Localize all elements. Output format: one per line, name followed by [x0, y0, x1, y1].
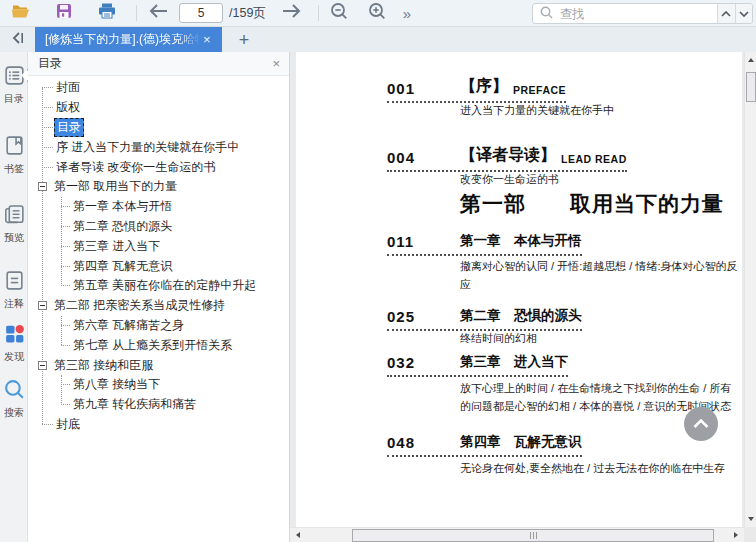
toc-group: 第一章 本体与开悟 第二章 恐惧的源头 第三章 进入当下 第四章 瓦解无意识 第… — [28, 197, 289, 296]
toc-panel: 目录 × 封面 版权 目录 序 进入当下力量的关键就在你手中 译者导读 改变你一… — [28, 52, 290, 542]
part-one-heading: 第一部 取用当下的力量 — [460, 190, 724, 218]
toc-group: 第八章 接纳当下 第九章 转化疾病和痛苦 — [28, 375, 289, 415]
chevron-up-icon — [692, 415, 710, 433]
arrow-left-icon — [147, 3, 169, 23]
scroll-right-arrow[interactable] — [729, 528, 742, 542]
sidebar-item-thumbnails[interactable]: 预览 — [0, 203, 28, 245]
toc-item[interactable]: 序 进入当下力量的关键就在你手中 — [28, 137, 289, 157]
discover-grid-icon — [3, 322, 26, 349]
horizontal-scrollbar[interactable] — [290, 527, 744, 542]
toolbar-separator — [318, 5, 319, 21]
toc-item[interactable]: 第三章 进入当下 — [28, 236, 289, 256]
toc-item[interactable]: 译者导读 改变你一生命运的书 — [28, 157, 289, 177]
toc-item-part[interactable]: 第二部 把亲密关系当成灵性修持 — [28, 296, 289, 316]
panel-close-icon[interactable]: × — [272, 57, 280, 70]
toc-item[interactable]: 封面 — [28, 78, 289, 98]
toc-entry-subtitle: 进入当下力量的关键就在你手中 — [460, 102, 738, 120]
toc-item[interactable]: 第四章 瓦解无意识 — [28, 256, 289, 276]
open-file-button[interactable] — [11, 2, 30, 24]
scroll-up-arrow[interactable] — [745, 53, 756, 66]
vertical-scrollbar[interactable] — [744, 52, 756, 527]
save-button[interactable] — [56, 2, 72, 24]
toc-entry-chapter2[interactable]: 025 第二章 恐惧的源头 — [387, 307, 582, 331]
plus-icon: + — [239, 31, 250, 49]
toc-entry-subtitle: 改变你一生命运的书 — [460, 171, 738, 189]
toc-entry-subtitle: 撤离对心智的认同 / 开悟:超越思想 / 情绪:身体对心智的反应 — [460, 258, 738, 293]
toc-entry-subtitle: 无论身在何处,要全然地在 / 过去无法在你的临在中生存 — [460, 460, 738, 478]
toc-item[interactable]: 版权 — [28, 98, 289, 118]
toc-entry-preface[interactable]: 001 【序】 PREFACE — [387, 76, 566, 103]
toc-item-part[interactable]: 第一部 取用当下的力量 — [28, 177, 289, 197]
toc-item[interactable]: 第一章 本体与开悟 — [28, 197, 289, 217]
chevron-up-icon — [720, 6, 732, 21]
open-folder-icon — [11, 3, 30, 23]
vertical-scrollbar-thumb[interactable] — [746, 72, 756, 102]
back-to-top-button[interactable] — [684, 407, 718, 441]
find-next-button[interactable] — [735, 4, 753, 23]
main-toolbar: /159页 » — [0, 0, 756, 27]
sidebar-item-label: 搜索 — [4, 406, 24, 420]
toc-item[interactable]: 第八章 接纳当下 — [28, 375, 289, 395]
sidebar-item-toc[interactable]: 目录 — [0, 64, 28, 106]
collapse-box-icon[interactable] — [38, 361, 47, 370]
toc-entry-chapter3[interactable]: 032 第三章 进入当下 — [387, 353, 568, 377]
toc-item[interactable]: 第七章 从上瘾关系到开悟关系 — [28, 335, 289, 355]
print-button[interactable] — [98, 2, 116, 24]
collapse-box-icon[interactable] — [38, 301, 47, 310]
sidebar-item-bookmarks[interactable]: 书签 — [0, 134, 28, 176]
toc-item-selected[interactable]: 目录 — [28, 118, 289, 138]
sidebar-item-label: 预览 — [4, 231, 24, 245]
scroll-down-arrow[interactable] — [745, 512, 756, 525]
collapse-box-icon[interactable] — [38, 182, 47, 191]
pages-stack-icon — [3, 203, 26, 230]
toc-item[interactable]: 第六章 瓦解痛苦之身 — [28, 316, 289, 336]
scrollbar-corner — [744, 527, 756, 542]
toc-list-icon — [3, 64, 26, 91]
toc-panel-title: 目录 — [38, 55, 62, 72]
find-input[interactable] — [558, 6, 717, 22]
chevron-down-icon — [738, 6, 750, 21]
toc-entry-chapter1[interactable]: 011 第一章 本体与开悟 — [387, 232, 582, 256]
page-number-input[interactable] — [179, 3, 223, 23]
toc-item[interactable]: 第五章 美丽在你临在的定静中升起 — [28, 276, 289, 296]
tab-close-icon[interactable]: × — [203, 33, 211, 46]
sidebar-item-label: 发现 — [4, 350, 24, 364]
sidebar-item-label: 注释 — [4, 297, 24, 311]
arrow-right-icon — [281, 3, 303, 23]
previous-page-button[interactable] — [147, 2, 169, 24]
toc-item[interactable]: 第九章 转化疾病和痛苦 — [28, 395, 289, 415]
sidebar-item-annotations[interactable]: 注释 — [0, 269, 28, 311]
sidebar-item-label: 书签 — [4, 162, 24, 176]
document-tab[interactable]: [修炼当下的力量].(德)埃克哈特托 × — [35, 27, 222, 52]
sidebar-item-label: 目录 — [4, 92, 24, 106]
more-tools-button[interactable]: » — [403, 2, 411, 24]
toc-panel-header: 目录 × — [28, 52, 289, 76]
toc-entry-chapter4[interactable]: 048 第四章 瓦解无意识 — [387, 433, 582, 457]
new-tab-button[interactable]: + — [230, 27, 258, 52]
zoom-in-button[interactable] — [368, 2, 386, 24]
note-document-icon — [3, 269, 26, 296]
find-bar — [532, 3, 753, 24]
sidebar-item-search[interactable]: 搜索 — [0, 378, 28, 420]
toc-entry-subtitle: 终结时间的幻相 — [460, 330, 738, 348]
bookmark-icon — [3, 134, 26, 161]
tab-scroll-left-button[interactable] — [0, 27, 35, 52]
save-floppy-icon — [56, 3, 72, 23]
toc-item[interactable]: 封底 — [28, 415, 289, 435]
find-previous-button[interactable] — [717, 4, 735, 23]
sidebar-item-discover[interactable]: 发现 — [0, 322, 28, 364]
zoom-in-icon — [368, 2, 386, 24]
pdf-page: 001 【序】 PREFACE 进入当下力量的关键就在你手中 004 【译者导读… — [296, 52, 742, 527]
toc-item-part[interactable]: 第三部 接纳和臣服 — [28, 355, 289, 375]
scroll-left-arrow[interactable] — [291, 528, 304, 542]
chevron-left-bar-icon — [11, 31, 25, 49]
toc-item[interactable]: 第二章 恐惧的源头 — [28, 217, 289, 237]
toc-entry-lead-read[interactable]: 004 【译者导读】 LEAD READ — [387, 145, 627, 172]
toolbar-separator — [136, 5, 137, 21]
zoom-out-button[interactable] — [330, 2, 348, 24]
next-page-button[interactable] — [281, 2, 303, 24]
horizontal-scrollbar-thumb[interactable] — [352, 529, 714, 542]
toc-tree: 封面 版权 目录 序 进入当下力量的关键就在你手中 译者导读 改变你一生命运的书… — [28, 76, 289, 434]
double-chevron-right-icon: » — [403, 6, 411, 21]
toc-group: 第六章 瓦解痛苦之身 第七章 从上瘾关系到开悟关系 — [28, 316, 289, 356]
